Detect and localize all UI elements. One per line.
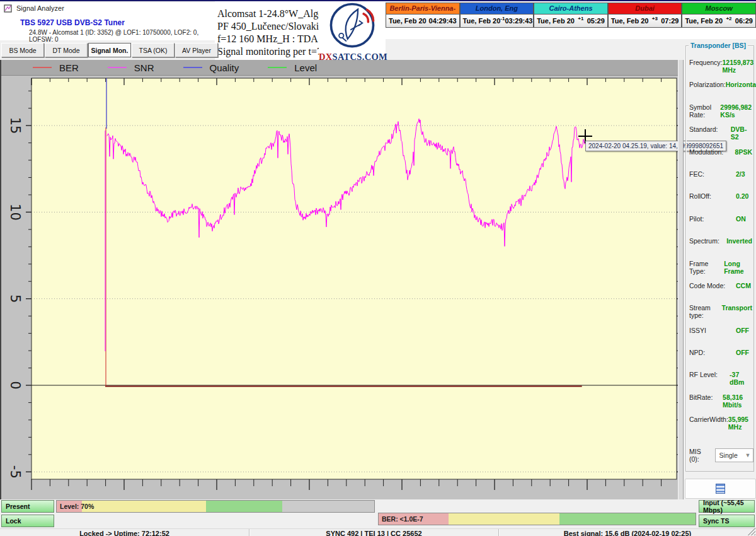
field-row: Frame Type:Long Frame	[689, 260, 752, 282]
tab-dt-mode[interactable]: DT Mode	[45, 43, 88, 57]
field-row: Stream type:Transport	[689, 304, 752, 326]
y-axis-label: 5	[8, 294, 23, 303]
lock-badge: Lock	[1, 515, 54, 527]
sync-ts-badge: Sync TS	[699, 515, 755, 527]
bar-segment-green	[206, 501, 282, 512]
clock-utc-offset: -1	[500, 16, 505, 21]
chevron-down-icon: ▼	[743, 452, 753, 458]
tuner-subtitle: 24.8W - Alcomsat 1 (ID: 3352) @ LOF1: 10…	[29, 29, 215, 43]
field-label: ISSYI	[689, 327, 736, 334]
clock-cell: Cairo-AthensTue, Feb 20+105:29	[534, 3, 608, 28]
field-value: Inverted	[726, 237, 752, 245]
legend-label: Quality	[210, 62, 239, 73]
field-label: Frequency:	[689, 59, 723, 66]
field-label: Standard:	[689, 125, 731, 133]
input-badge: Input (~55,45 Mbps)	[699, 500, 755, 513]
field-value: -37 dBm	[730, 371, 752, 386]
field-row: Standard:DVB-S2	[689, 125, 752, 148]
field-label: BitRate:	[689, 393, 723, 401]
field-label: RollOff:	[689, 192, 736, 200]
field-value: 58,316 Mbit/s	[723, 393, 752, 409]
statusbar-sync: SYNC 492 | TEI 13 | CC 25652	[249, 529, 499, 536]
clock-time: 03:29:43	[505, 17, 532, 25]
field-row: Modulation:8PSK	[689, 148, 752, 170]
transponder-fields: Frequency:12159,873 MHzPolarization:Hori…	[689, 59, 752, 438]
clock-city: Berlin-Paris-Vienna-Roma	[386, 3, 459, 15]
transponder-group-title: Transponder [BS]	[689, 42, 748, 49]
field-row: Polarization:Horizontal	[689, 81, 752, 103]
field-value: 35,995 MHz	[728, 416, 752, 431]
app-icon	[4, 4, 12, 13]
bar-segment-green	[559, 513, 696, 525]
clock-time: 07:29	[661, 17, 679, 25]
statusbar-best-signal: Best signal: 15,6 dB (2024-02-19 02:25)	[499, 529, 756, 536]
clock-date: Tue, Feb 20	[611, 17, 649, 25]
clock-city: London, Eng	[461, 3, 534, 15]
field-row: CarrierWidth:35,995 MHz	[689, 416, 752, 438]
field-value: OFF	[736, 349, 749, 356]
tab-bs-mode[interactable]: BS Mode	[1, 43, 44, 57]
level-progressbar: Level: 70%	[56, 500, 375, 513]
clock-time-row: Tue, Feb 20+105:29	[534, 15, 607, 27]
window-title: Signal Analyzer	[16, 4, 64, 12]
clock-time-row: Tue, Feb 20+307:29	[609, 15, 682, 27]
clock-date: Tue, Feb 20	[463, 17, 501, 25]
legend-item: Quality	[183, 62, 239, 73]
field-value: CCM	[736, 282, 751, 289]
field-value: ON	[736, 215, 746, 223]
field-row: NPD:OFF	[689, 349, 752, 371]
clock-utc-offset: +1	[575, 16, 587, 21]
field-label: Frame Type:	[689, 260, 724, 275]
ber-progressbar: BER: <1.0E-7	[378, 513, 696, 525]
level-progressbar-label: Level: 70%	[60, 503, 94, 510]
dxsatcs-logo: DXSATCS.COM	[319, 1, 386, 61]
clock-cell: London, EngTue, Feb 20-103:29:43	[460, 3, 534, 28]
bar-segment-gray	[282, 501, 374, 512]
field-row: RollOff:0.20	[689, 192, 752, 214]
field-row: FEC:2/3	[689, 170, 752, 192]
tab-signal-mon[interactable]: Signal Mon.	[88, 43, 131, 57]
bar-segment-yellow	[82, 501, 206, 512]
legend-swatch	[268, 67, 287, 68]
field-row: BitRate:58,316 Mbit/s	[689, 393, 752, 416]
field-value: 0.20	[736, 192, 748, 200]
field-value: 2/3	[736, 170, 745, 178]
mis-select[interactable]: Single ▼	[715, 448, 753, 462]
legend-swatch	[33, 67, 52, 68]
field-label: CarrierWidth:	[689, 416, 728, 423]
tab-tsa-ok[interactable]: TSA (OK)	[132, 43, 175, 57]
field-row: Code Mode:CCM	[689, 282, 752, 304]
mode-tabs: BS ModeDT ModeSignal Mon.TSA (OK)AV Play…	[1, 43, 219, 57]
field-value: 29996,982 KS/s	[720, 103, 752, 119]
transponder-group: Transponder [BS] Frequency:12159,873 MHz…	[685, 45, 754, 472]
field-label: Pilot:	[689, 215, 736, 223]
clock-time: 05:29	[587, 17, 605, 25]
mis-select-value: Single	[716, 452, 743, 459]
bar-segment-yellow	[449, 513, 559, 525]
clock-time: 06:29	[735, 17, 753, 25]
legend-swatch	[108, 67, 127, 68]
dxsatcs-logo-image	[323, 1, 381, 50]
field-value: Long Frame	[724, 260, 752, 275]
mis-label: MIS (0):	[689, 448, 710, 463]
field-value: 12159,873 MHz	[723, 59, 754, 74]
report-button[interactable]	[685, 479, 756, 499]
legend-item: Level	[268, 62, 317, 73]
clock-city: Dubai	[609, 3, 682, 15]
y-axis-label: 15	[8, 117, 23, 134]
field-value: Transport	[722, 304, 752, 312]
mis-row: MIS (0): Single ▼	[689, 448, 753, 463]
resize-grip[interactable]	[748, 528, 755, 535]
field-label: Polarization:	[689, 81, 726, 88]
field-label: Symbol Rate:	[689, 103, 720, 119]
field-label: Code Mode:	[689, 282, 736, 289]
field-row: Spectrum:Inverted	[689, 237, 752, 259]
signal-plot[interactable]: 151050-5	[1, 75, 679, 499]
clock-time-row: Tue, Feb 2004:29:43	[386, 15, 459, 27]
field-value: Horizontal	[726, 81, 756, 88]
tuner-header: TBS 5927 USB DVB-S2 Tuner 24.8W - Alcoms…	[0, 14, 215, 40]
tab-av-player[interactable]: AV Player	[175, 43, 218, 57]
chart-splitter[interactable]	[678, 60, 684, 499]
field-row: RF Level:-37 dBm	[689, 371, 752, 393]
clock-utc-offset: +3	[648, 16, 661, 21]
